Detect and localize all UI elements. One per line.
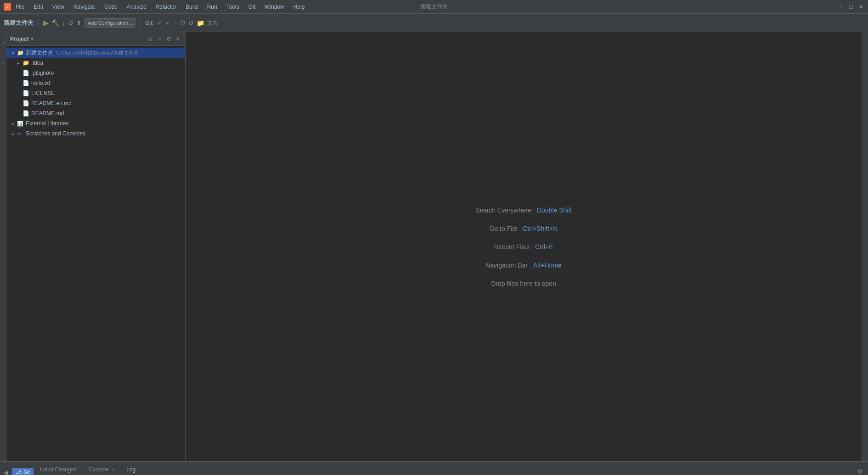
project-name-label: 新建文件夹 (4, 19, 34, 27)
toolbar: 新建文件夹 ▶ 🔨 ↓ ↺ ⬆ Add Configuration... Git… (0, 14, 868, 32)
search-everywhere-label: Search Everywhere (475, 207, 531, 214)
editor-area: Search Everywhere Double Shift Go to Fil… (186, 32, 862, 461)
toolbar-separator-2 (140, 18, 141, 28)
menu-code[interactable]: Code (102, 3, 119, 11)
sidebar: Project ▾ ⊙ ≡ ⚙ ✕ ▾ 📁 新建文件夹 C:\Users\刘明福… (6, 32, 186, 461)
window-title: 新建文件夹 (420, 3, 448, 11)
menu-view[interactable]: View (51, 3, 66, 11)
menu-git[interactable]: Git (247, 3, 257, 11)
shortcut-goto-file: Go to File Ctrl+Shift+N (490, 225, 558, 232)
git-checkmark-1[interactable]: ✓ (157, 19, 162, 27)
window-controls: − □ ✕ (838, 4, 864, 10)
tree-root[interactable]: ▾ 📁 新建文件夹 C:\Users\刘明福\Desktop\新建文件夹 (6, 48, 185, 58)
minimize-button[interactable]: − (838, 4, 844, 10)
menu-edit[interactable]: Edit (32, 3, 45, 11)
sidebar-collapse-icon[interactable]: ≡ (156, 35, 163, 43)
bottom-panel: ◀ ⎇ Git Local Changes Console ✕ Log ⚙ ◀ … (0, 461, 868, 475)
tree-scratches[interactable]: ▸ ✏ Scratches and Consoles (6, 129, 185, 139)
sidebar-panel-title: Project (10, 36, 29, 42)
menu-build[interactable]: Build (184, 3, 200, 11)
menu-analyze[interactable]: Analyze (125, 3, 148, 11)
sidebar-scope-icon[interactable]: ⊙ (147, 35, 154, 43)
activity-bar: P ≡ (0, 32, 6, 461)
close-button[interactable]: ✕ (858, 4, 864, 10)
sidebar-icons: ⊙ ≡ ⚙ ✕ (147, 35, 181, 43)
console-close-icon[interactable]: ✕ (111, 467, 114, 472)
step-icon[interactable]: ↓ (62, 19, 65, 27)
shortcut-search-everywhere: Search Everywhere Double Shift (475, 207, 572, 214)
shortcut-recent-files: Recent Files Ctrl+E (494, 243, 553, 251)
tree-readme-en[interactable]: 📄 README.en.md (6, 98, 185, 108)
idea-expand-icon: ▸ (16, 61, 21, 66)
project-activity-icon[interactable]: P (0, 34, 6, 52)
ext-libs-name: External Libraries (26, 120, 68, 127)
search-everywhere-key: Double Shift (537, 207, 572, 214)
sidebar-close-icon[interactable]: ✕ (174, 35, 181, 43)
gitignore-icon: 📄 (23, 70, 30, 76)
tree-license[interactable]: 📄 LICENSE (6, 88, 185, 98)
menu-tools[interactable]: Tools (225, 3, 241, 11)
tab-local-changes[interactable]: Local Changes (34, 464, 82, 475)
recent-files-label: Recent Files (494, 243, 530, 251)
drop-files-hint: Drop files here to open (491, 280, 556, 287)
main-area: P ≡ Project ▾ ⊙ ≡ ⚙ ✕ ▾ 📁 新建文件夹 C:\Users… (0, 32, 868, 461)
tab-git[interactable]: ⎇ Git (12, 468, 34, 475)
ext-expand-icon: ▸ (10, 121, 16, 126)
readme-en-name: README.en.md (31, 100, 72, 106)
hello-file-icon: 📄 (23, 80, 30, 86)
root-expand-icon: ▾ (10, 50, 16, 56)
recent-files-key: Ctrl+E (535, 243, 553, 251)
tab-log[interactable]: Log (121, 464, 141, 475)
git-history-icon[interactable]: ⏱ (179, 19, 186, 27)
idea-folder-name: .idea (31, 60, 43, 66)
git-tab-label: Git (23, 469, 30, 475)
menu-window[interactable]: Window (263, 3, 286, 11)
tab-console[interactable]: Console ✕ (83, 464, 120, 475)
git-folder-icon[interactable]: 📁 (197, 19, 204, 27)
file-tree: ▾ 📁 新建文件夹 C:\Users\刘明福\Desktop\新建文件夹 ▸ 📁… (6, 46, 185, 461)
maximize-button[interactable]: □ (848, 4, 854, 10)
sidebar-dropdown-icon[interactable]: ▾ (31, 36, 34, 42)
menu-run[interactable]: Run (205, 3, 219, 11)
readme-name: README.md (31, 110, 64, 117)
license-file-icon: 📄 (23, 90, 30, 96)
nav-bar-label: Navigation Bar (485, 262, 528, 269)
up-icon[interactable]: ⬆ (76, 19, 82, 27)
menu-refactor[interactable]: Refactor (154, 3, 178, 11)
sidebar-settings-icon[interactable]: ⚙ (165, 35, 172, 43)
translate-icon[interactable]: 文A (207, 19, 217, 27)
app-icon: J (4, 3, 11, 11)
scratches-name: Scratches and Consoles (26, 130, 85, 137)
scratches-icon: ✏ (17, 131, 24, 137)
readme-en-icon: 📄 (23, 100, 30, 106)
titlebar: J File Edit View Navigate Code Analyze R… (0, 0, 868, 14)
idea-folder-icon: 📁 (23, 60, 30, 66)
add-configuration-button[interactable]: Add Configuration... (85, 18, 135, 28)
build-icon[interactable]: 🔨 (51, 19, 59, 27)
scratches-expand-icon: ▸ (10, 131, 16, 136)
tree-readme[interactable]: 📄 README.md (6, 108, 185, 118)
git-push-icon[interactable]: ↑ (173, 19, 176, 27)
git-rollback-icon[interactable]: ↺ (188, 19, 194, 27)
menu-navigate[interactable]: Navigate (72, 3, 97, 11)
bottom-settings-icon[interactable]: ⚙ (855, 467, 864, 475)
git-label: Git: (145, 20, 154, 26)
console-label: Console (89, 466, 109, 473)
readme-icon: 📄 (23, 110, 30, 117)
run-icon[interactable]: ▶ (43, 18, 49, 27)
right-panel (862, 32, 868, 461)
menu-file[interactable]: File (14, 3, 26, 11)
tree-gitignore[interactable]: 📄 .gitignore (6, 68, 185, 78)
structure-activity-icon[interactable]: ≡ (0, 53, 6, 72)
tree-external-libs[interactable]: ▸ 📊 External Libraries (6, 118, 185, 129)
license-name: LICENSE (31, 90, 55, 96)
toolbar-separator (38, 18, 39, 28)
bottom-tabs: ◀ ⎇ Git Local Changes Console ✕ Log ⚙ (0, 462, 868, 475)
git-checkmark-2[interactable]: ✓ (165, 19, 170, 27)
tree-idea-folder[interactable]: ▸ 📁 .idea (6, 58, 185, 68)
menu-help[interactable]: Help (292, 3, 307, 11)
tree-hello-txt[interactable]: 📄 hello.txt (6, 78, 185, 88)
collapse-left-icon[interactable]: ◀ (4, 469, 8, 475)
sync-icon[interactable]: ↺ (68, 19, 73, 27)
git-tab-icon: ⎇ (16, 469, 22, 475)
